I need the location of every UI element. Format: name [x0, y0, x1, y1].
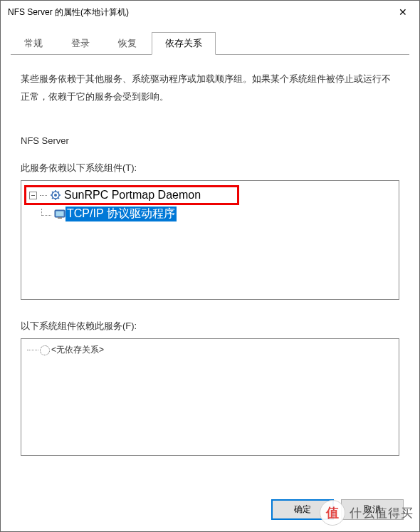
monitor-icon — [54, 209, 65, 220]
watermark-badge: 值 — [320, 500, 345, 526]
titlebar: NFS Server 的属性(本地计算机) ✕ — [1, 1, 419, 24]
tree-connector — [27, 350, 38, 350]
tab-logon[interactable]: 登录 — [58, 32, 103, 54]
dependency-node-label: SunRPC Portmap Daemon — [64, 189, 201, 202]
depends-on-tree[interactable]: – SunRPC Portmap Daemon TCP/IP 协议驱 — [21, 180, 399, 300]
tree-row[interactable]: TCP/IP 协议驱动程序 — [41, 207, 396, 221]
close-button[interactable]: ✕ — [387, 1, 419, 24]
description-text: 某些服务依赖于其他服务、系统驱动程序或加载顺序组。如果某个系统组件被停止或运行不… — [21, 71, 399, 105]
tab-content: 某些服务依赖于其他服务、系统驱动程序或加载顺序组。如果某个系统组件被停止或运行不… — [1, 55, 419, 483]
svg-rect-4 — [58, 217, 62, 219]
tab-recovery[interactable]: 恢复 — [105, 32, 150, 54]
dependency-child-label: TCP/IP 协议驱动程序 — [65, 207, 177, 221]
tree-connector — [40, 195, 47, 196]
watermark: 值 什么值得买 — [320, 500, 414, 526]
service-name-label: NFS Server — [21, 135, 399, 146]
svg-point-1 — [54, 194, 57, 197]
svg-rect-3 — [56, 211, 64, 216]
tree-collapse-toggle[interactable]: – — [29, 192, 37, 199]
depended-by-tree[interactable]: <无依存关系> — [21, 338, 399, 456]
tree-row[interactable]: <无依存关系> — [24, 343, 396, 357]
highlighted-dependency: – SunRPC Portmap Daemon — [24, 185, 239, 205]
tree-connector — [41, 209, 51, 216]
no-dependency-icon — [40, 345, 50, 355]
window-title: NFS Server 的属性(本地计算机) — [8, 6, 387, 19]
watermark-text: 什么值得买 — [350, 505, 414, 521]
tab-dependencies[interactable]: 依存关系 — [152, 32, 216, 55]
tab-general[interactable]: 常规 — [11, 32, 56, 54]
no-dependency-label: <无依存关系> — [51, 344, 104, 356]
tab-strip: 常规 登录 恢复 依存关系 — [11, 32, 409, 55]
depended-by-label: 以下系统组件依赖此服务(F): — [21, 320, 399, 333]
depends-on-label: 此服务依赖以下系统组件(T): — [21, 162, 399, 174]
gear-icon — [50, 189, 61, 201]
